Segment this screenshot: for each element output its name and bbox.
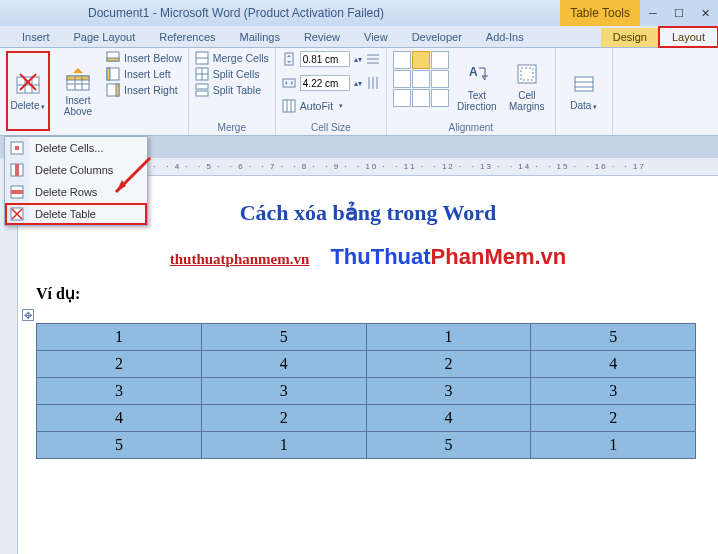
data-icon bbox=[570, 70, 598, 98]
table-cell[interactable]: 1 bbox=[201, 432, 366, 459]
row-height-icon bbox=[282, 52, 296, 66]
delete-rows-icon bbox=[5, 181, 29, 203]
split-cells-icon bbox=[195, 67, 209, 81]
insert-left-button[interactable]: Insert Left bbox=[106, 67, 182, 81]
data-button[interactable]: Data bbox=[562, 51, 606, 131]
tab-references[interactable]: References bbox=[147, 28, 227, 47]
align-bot-right[interactable] bbox=[431, 89, 449, 107]
table-row[interactable]: 4242 bbox=[37, 405, 696, 432]
table-cell[interactable]: 2 bbox=[201, 405, 366, 432]
split-table-icon bbox=[195, 83, 209, 97]
insert-right-icon bbox=[106, 83, 120, 97]
split-cells-button[interactable]: Split Cells bbox=[195, 67, 269, 81]
delete-columns-item[interactable]: Delete Columns bbox=[5, 159, 147, 181]
site-link: thuthuatphanmem.vn bbox=[170, 251, 310, 267]
insert-below-icon bbox=[106, 51, 120, 65]
table-cell[interactable]: 2 bbox=[366, 351, 531, 378]
stepper-icon[interactable]: ▴▾ bbox=[354, 55, 362, 64]
text-direction-icon: A bbox=[463, 60, 491, 88]
svg-rect-22 bbox=[196, 84, 208, 89]
table-row[interactable]: 2424 bbox=[37, 351, 696, 378]
table-cell[interactable]: 1 bbox=[531, 432, 696, 459]
table-cell[interactable]: 2 bbox=[531, 405, 696, 432]
tab-layout[interactable]: Layout bbox=[659, 27, 718, 47]
close-button[interactable]: ✕ bbox=[692, 0, 718, 26]
col-width-input[interactable] bbox=[300, 75, 350, 91]
insert-below-button[interactable]: Insert Below bbox=[106, 51, 182, 65]
group-merge-label: Merge bbox=[195, 122, 269, 133]
table-cell[interactable]: 3 bbox=[366, 378, 531, 405]
delete-table-item[interactable]: Delete Table bbox=[5, 203, 147, 225]
merge-cells-button[interactable]: Merge Cells bbox=[195, 51, 269, 65]
delete-table-icon bbox=[14, 70, 42, 98]
table-row[interactable]: 5151 bbox=[37, 432, 696, 459]
ribbon-tabs: Insert Page Layout References Mailings R… bbox=[0, 26, 718, 48]
table-cell[interactable]: 5 bbox=[531, 324, 696, 351]
table-cell[interactable]: 5 bbox=[366, 432, 531, 459]
table-cell[interactable]: 4 bbox=[366, 405, 531, 432]
distribute-cols-icon[interactable] bbox=[366, 76, 380, 90]
svg-rect-28 bbox=[283, 79, 295, 87]
split-table-button[interactable]: Split Table bbox=[195, 83, 269, 97]
stepper-icon[interactable]: ▴▾ bbox=[354, 79, 362, 88]
svg-rect-16 bbox=[116, 84, 119, 96]
tab-developer[interactable]: Developer bbox=[400, 28, 474, 47]
delete-button[interactable]: Delete bbox=[6, 51, 50, 131]
cell-margins-button[interactable]: Cell Margins bbox=[505, 51, 549, 120]
tab-review[interactable]: Review bbox=[292, 28, 352, 47]
document-page[interactable]: Cách xóa bảng trong Word thuthuatphanmem… bbox=[18, 176, 718, 554]
example-label: Ví dụ: bbox=[36, 284, 700, 303]
align-mid-left[interactable] bbox=[393, 70, 411, 88]
delete-cells-item[interactable]: Delete Cells... bbox=[5, 137, 147, 159]
table-cell[interactable]: 1 bbox=[37, 324, 202, 351]
insert-right-button[interactable]: Insert Right bbox=[106, 83, 182, 97]
table-row[interactable]: 1515 bbox=[37, 324, 696, 351]
text-direction-button[interactable]: A Text Direction bbox=[455, 51, 499, 120]
align-top-right[interactable] bbox=[431, 51, 449, 69]
ribbon: Delete Insert Above Insert Below Insert … bbox=[0, 48, 718, 136]
document-table[interactable]: 15152424333342425151 bbox=[36, 323, 696, 459]
align-bot-left[interactable] bbox=[393, 89, 411, 107]
svg-rect-44 bbox=[15, 164, 19, 176]
align-top-center[interactable] bbox=[412, 51, 430, 69]
table-cell[interactable]: 3 bbox=[531, 378, 696, 405]
align-mid-right[interactable] bbox=[431, 70, 449, 88]
tab-design[interactable]: Design bbox=[601, 28, 659, 47]
table-cell[interactable]: 4 bbox=[531, 351, 696, 378]
delete-cells-icon bbox=[5, 137, 29, 159]
tab-page-layout[interactable]: Page Layout bbox=[62, 28, 148, 47]
table-cell[interactable]: 5 bbox=[37, 432, 202, 459]
delete-rows-item[interactable]: Delete Rows bbox=[5, 181, 147, 203]
table-move-handle[interactable]: ✥ bbox=[22, 309, 34, 321]
table-cell[interactable]: 3 bbox=[37, 378, 202, 405]
svg-rect-14 bbox=[107, 68, 110, 80]
title-bar: Document1 - Microsoft Word (Product Acti… bbox=[0, 0, 718, 26]
table-cell[interactable]: 2 bbox=[37, 351, 202, 378]
tab-add-ins[interactable]: Add-Ins bbox=[474, 28, 536, 47]
table-cell[interactable]: 1 bbox=[366, 324, 531, 351]
distribute-rows-icon[interactable] bbox=[366, 52, 380, 66]
tab-mailings[interactable]: Mailings bbox=[228, 28, 292, 47]
group-rows-columns: Delete Insert Above Insert Below Insert … bbox=[0, 48, 189, 135]
group-cellsize-label: Cell Size bbox=[282, 122, 380, 133]
minimize-button[interactable]: ─ bbox=[640, 0, 666, 26]
autofit-button[interactable]: AutoFit bbox=[282, 99, 380, 113]
insert-above-button[interactable]: Insert Above bbox=[56, 51, 100, 131]
align-mid-center[interactable] bbox=[412, 70, 430, 88]
table-cell[interactable]: 4 bbox=[201, 351, 366, 378]
row-height-input[interactable] bbox=[300, 51, 350, 67]
tab-view[interactable]: View bbox=[352, 28, 400, 47]
table-cell[interactable]: 4 bbox=[37, 405, 202, 432]
insert-above-label: Insert Above bbox=[64, 95, 92, 117]
align-top-left[interactable] bbox=[393, 51, 411, 69]
maximize-button[interactable]: ☐ bbox=[666, 0, 692, 26]
window-title: Document1 - Microsoft Word (Product Acti… bbox=[88, 6, 384, 20]
subheading-row: thuthuatphanmem.vn ThuThuatPhanMem.vn bbox=[36, 244, 700, 270]
table-cell[interactable]: 3 bbox=[201, 378, 366, 405]
table-cell[interactable]: 5 bbox=[201, 324, 366, 351]
svg-rect-32 bbox=[283, 100, 295, 112]
tab-insert[interactable]: Insert bbox=[10, 28, 62, 47]
svg-rect-38 bbox=[575, 77, 593, 91]
align-bot-center[interactable] bbox=[412, 89, 430, 107]
table-row[interactable]: 3333 bbox=[37, 378, 696, 405]
